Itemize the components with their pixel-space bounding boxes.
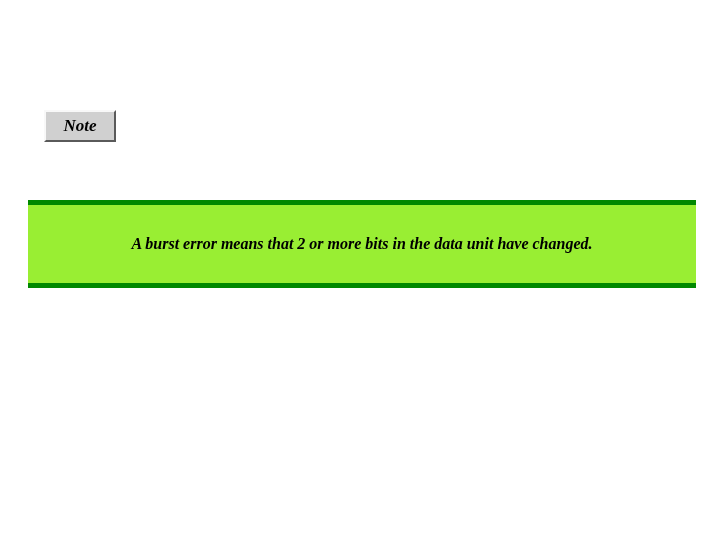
- note-label-text: Note: [63, 116, 96, 136]
- definition-text: A burst error means that 2 or more bits …: [132, 235, 593, 253]
- definition-banner: A burst error means that 2 or more bits …: [28, 200, 696, 288]
- note-label: Note: [44, 110, 116, 142]
